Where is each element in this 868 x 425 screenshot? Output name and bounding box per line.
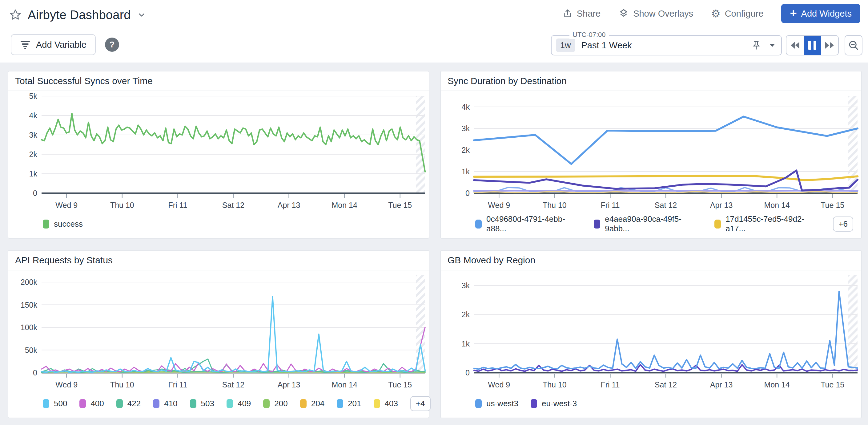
svg-text:4k: 4k (29, 111, 37, 120)
legend-item[interactable]: success (43, 219, 83, 229)
svg-text:Tue 15: Tue 15 (388, 381, 412, 389)
panel-title: API Requests by Status (8, 251, 429, 270)
legend-label: 17d1455c-7ed5-49d2-a17... (725, 214, 816, 234)
legend-swatch (43, 220, 49, 229)
legend-label: 204 (311, 399, 324, 408)
timezone-label: UTC-07:00 (569, 31, 609, 39)
svg-text:1k: 1k (29, 170, 37, 178)
legend-swatch (337, 399, 343, 408)
svg-text:Thu 10: Thu 10 (110, 381, 134, 389)
svg-text:0: 0 (33, 189, 37, 198)
caret-down-icon[interactable] (769, 42, 776, 48)
svg-text:0: 0 (465, 368, 470, 377)
share-button[interactable]: Share (563, 8, 600, 19)
svg-text:3k: 3k (29, 130, 37, 139)
line-chart-total-successful-syncs[interactable]: 01k2k3k4k5kWed 9Thu 10Fri 11Sat 12Apr 13… (8, 91, 429, 212)
panel-sync-duration-by-destination[interactable]: Sync Duration by Destination 01k2k3k4kWe… (440, 71, 862, 239)
svg-text:Thu 10: Thu 10 (110, 201, 134, 209)
help-glyph: ? (109, 40, 115, 50)
chart-svg: 01k2k3k4k5kWed 9Thu 10Fri 11Sat 12Apr 13… (8, 91, 429, 212)
panel-title: Total Successful Syncs over Time (8, 71, 429, 91)
legend-swatch (714, 220, 721, 229)
svg-text:5k: 5k (29, 92, 37, 100)
time-range-picker[interactable]: UTC-07:00 1w Past 1 Week (551, 35, 782, 55)
legend-swatch (374, 399, 380, 408)
legend-label: success (54, 219, 83, 229)
line-chart-gb-moved[interactable]: 01k2k3kWed 9Thu 10Fri 11Sat 12Apr 13Mon … (441, 270, 861, 391)
legend-item[interactable]: 409 (226, 399, 251, 408)
svg-text:Tue 15: Tue 15 (820, 201, 844, 209)
show-overlays-button[interactable]: Show Overlays (618, 8, 693, 19)
variable-row: Add Variable ? (11, 34, 119, 55)
svg-text:Sat 12: Sat 12 (655, 381, 677, 389)
chart-svg: 01k2k3kWed 9Thu 10Fri 11Sat 12Apr 13Mon … (441, 270, 861, 391)
legend-label: us-west3 (486, 399, 518, 408)
legend-item[interactable]: us-west3 (475, 399, 518, 408)
panel-gb-moved-by-region[interactable]: GB Moved by Region 01k2k3kWed 9Thu 10Fri… (440, 250, 862, 418)
svg-text:Mon 14: Mon 14 (332, 381, 357, 389)
svg-text:0: 0 (465, 189, 470, 198)
star-icon[interactable] (9, 9, 22, 21)
help-icon[interactable]: ? (105, 37, 119, 52)
add-variable-button[interactable]: Add Variable (11, 34, 96, 55)
legend-overflow-badge[interactable]: +6 (833, 216, 853, 232)
legend-item[interactable]: 410 (153, 399, 177, 408)
pin-icon[interactable] (752, 40, 761, 51)
time-forward-button[interactable] (821, 36, 838, 55)
legend-item[interactable]: 200 (263, 399, 287, 408)
panel-title: Sync Duration by Destination (441, 71, 861, 91)
svg-text:Fri 11: Fri 11 (168, 381, 187, 389)
svg-text:Fri 11: Fri 11 (168, 201, 187, 209)
legend-swatch (475, 399, 482, 408)
svg-text:200k: 200k (21, 278, 37, 286)
legend-item[interactable]: 0c49680d-4791-4ebb-a88... (475, 214, 577, 234)
show-overlays-label: Show Overlays (633, 9, 693, 19)
configure-button[interactable]: ⚙ Configure (711, 8, 763, 19)
legend-item[interactable]: 400 (80, 399, 104, 408)
legend-label: 400 (91, 399, 104, 408)
legend-overflow-badge[interactable]: +4 (410, 396, 431, 411)
panel-api-requests-by-status[interactable]: API Requests by Status 050k100k150k200kW… (8, 250, 429, 418)
legend-item[interactable]: eu-west-3 (531, 399, 577, 408)
svg-text:1k: 1k (462, 167, 470, 176)
legend-item[interactable]: 500 (43, 399, 67, 408)
svg-text:Apr 13: Apr 13 (710, 381, 733, 389)
time-pause-button[interactable] (804, 36, 821, 55)
legend-swatch (531, 399, 537, 408)
legend-item[interactable]: 201 (337, 399, 361, 408)
legend-swatch (190, 399, 196, 408)
legend-item[interactable]: 503 (190, 399, 214, 408)
legend-item[interactable]: 204 (300, 399, 324, 408)
svg-text:Mon 14: Mon 14 (332, 201, 357, 209)
header-actions: Share Show Overlays ⚙ Configure + Add Wi… (563, 4, 860, 23)
svg-text:Wed 9: Wed 9 (55, 201, 78, 209)
svg-text:Sat 12: Sat 12 (222, 381, 244, 389)
configure-label: Configure (725, 9, 764, 19)
legend-label: 500 (54, 399, 67, 408)
svg-text:2k: 2k (462, 310, 470, 319)
svg-text:Apr 13: Apr 13 (278, 381, 301, 389)
legend-label: 409 (238, 399, 251, 408)
legend-item[interactable]: 17d1455c-7ed5-49d2-a17... (714, 214, 816, 234)
legend-label: 0c49680d-4791-4ebb-a88... (486, 214, 577, 234)
svg-text:4k: 4k (462, 102, 470, 111)
line-chart-api-requests[interactable]: 050k100k150k200kWed 9Thu 10Fri 11Sat 12A… (8, 270, 429, 391)
time-backward-button[interactable] (786, 36, 804, 55)
legend-item[interactable]: e4aea90a-90ca-49f5-9abb... (594, 214, 697, 234)
legend-item[interactable]: 403 (374, 399, 398, 408)
zoom-out-button[interactable] (845, 35, 863, 55)
title-row: Airbyte Dashboard (9, 5, 146, 25)
svg-text:Apr 13: Apr 13 (710, 201, 733, 209)
legend-swatch (116, 399, 123, 408)
svg-text:Tue 15: Tue 15 (820, 381, 844, 389)
panel-total-successful-syncs[interactable]: Total Successful Syncs over Time 01k2k3k… (8, 71, 429, 239)
chevron-down-icon[interactable] (137, 10, 146, 20)
pause-icon (808, 41, 816, 50)
add-widgets-button[interactable]: + Add Widgets (781, 4, 860, 23)
line-chart-sync-duration[interactable]: 01k2k3k4kWed 9Thu 10Fri 11Sat 12Apr 13Mo… (441, 91, 861, 212)
svg-text:Fri 11: Fri 11 (600, 381, 620, 389)
time-shortcut-chip[interactable]: 1w (556, 38, 575, 52)
legend-label: 201 (348, 399, 361, 408)
legend-item[interactable]: 422 (116, 399, 141, 408)
add-widgets-label: Add Widgets (801, 9, 852, 19)
